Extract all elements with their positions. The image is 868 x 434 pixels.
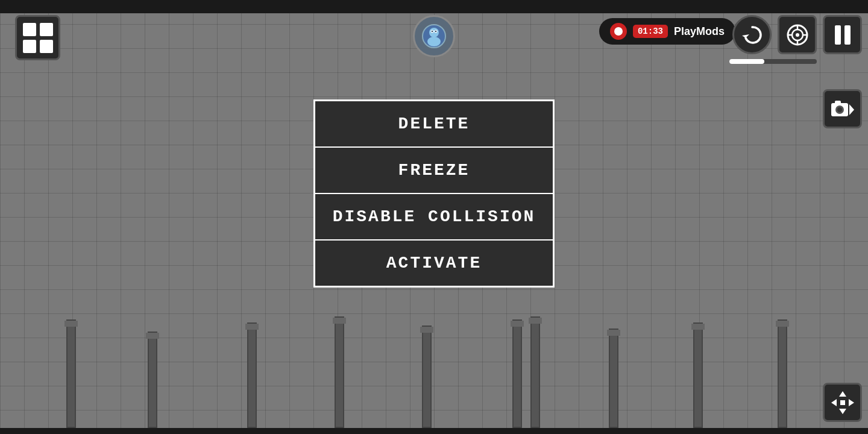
context-menu: DELETE FREEZE DISABLE COLLISION ACTIVATE	[313, 99, 555, 288]
qr-cell-4	[40, 40, 53, 53]
pause-button[interactable]	[823, 15, 862, 54]
pole	[512, 319, 522, 428]
game-poles	[0, 295, 868, 428]
character-avatar	[421, 24, 447, 49]
activate-button[interactable]: ACTIVATE	[315, 239, 553, 286]
qr-cell-1	[23, 23, 36, 36]
svg-point-17	[837, 107, 842, 112]
disable-collision-button[interactable]: DISABLE COLLISION	[315, 193, 553, 239]
svg-marker-20	[839, 391, 846, 397]
svg-point-2	[427, 37, 441, 46]
qr-cell-2	[40, 23, 53, 36]
refresh-icon	[741, 24, 764, 46]
playmods-badge[interactable]: 01:33 PlayMods	[599, 18, 735, 45]
pause-bar-right	[844, 25, 851, 45]
svg-rect-18	[835, 101, 841, 104]
qr-cell-3	[23, 40, 36, 53]
pole	[778, 319, 787, 428]
settings-icon	[785, 23, 810, 47]
svg-marker-22	[831, 399, 837, 406]
pole	[335, 316, 344, 428]
pause-bar-left	[835, 25, 841, 45]
refresh-button[interactable]	[732, 15, 772, 54]
progress-bar-container	[729, 59, 817, 64]
pole	[609, 329, 618, 428]
svg-point-1	[429, 28, 439, 37]
record-icon	[610, 23, 627, 40]
pole	[693, 322, 703, 428]
camera-button[interactable]	[823, 89, 862, 128]
svg-marker-23	[849, 399, 854, 406]
delete-button[interactable]: DELETE	[315, 101, 553, 146]
pole	[247, 322, 257, 428]
pole	[66, 319, 76, 428]
camera-icon	[830, 98, 855, 120]
svg-point-6	[435, 31, 436, 32]
bottom-bar	[0, 428, 868, 434]
move-icon	[829, 389, 856, 416]
settings-button[interactable]	[778, 15, 817, 54]
svg-marker-7	[742, 34, 749, 38]
pole	[530, 316, 540, 428]
timer-display: 01:33	[633, 25, 668, 38]
move-button[interactable]	[823, 383, 862, 422]
freeze-button[interactable]: FREEZE	[315, 146, 553, 193]
pole	[148, 332, 157, 428]
svg-marker-21	[839, 409, 846, 414]
progress-bar-fill	[729, 59, 764, 64]
grid-menu-button[interactable]	[15, 15, 60, 60]
svg-point-5	[432, 31, 433, 32]
playmods-label: PlayMods	[674, 25, 725, 38]
svg-point-10	[796, 33, 799, 37]
character-icon-button[interactable]	[413, 15, 455, 57]
pole	[422, 326, 432, 428]
svg-marker-19	[849, 104, 854, 115]
top-status-bar	[0, 0, 868, 13]
svg-rect-24	[840, 400, 845, 405]
